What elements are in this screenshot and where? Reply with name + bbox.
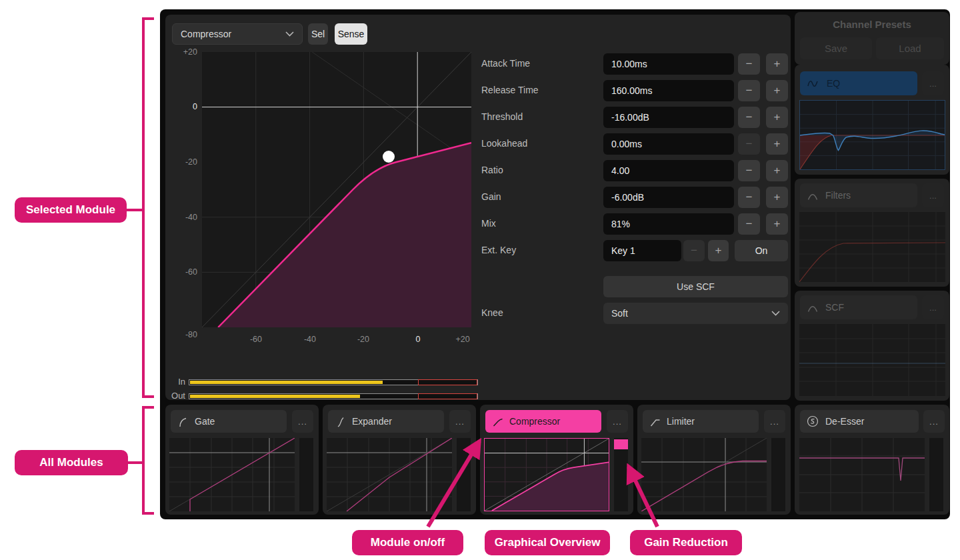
param-label: Release Time [481, 85, 539, 95]
ext-key-field[interactable]: Key 1 [603, 240, 681, 261]
compressor-more-button[interactable]: ... [607, 410, 628, 433]
filters-module-button[interactable]: Filters [800, 183, 917, 207]
selected-module-panel: Compressor Sel Sense + [165, 15, 791, 400]
y-tick: -60 [169, 267, 197, 277]
module-card-expander: Expander ... [323, 405, 476, 515]
plus-button[interactable]: + [766, 213, 788, 235]
compressor-curve-plot[interactable] [202, 52, 471, 327]
deesser-more-button[interactable]: ... [923, 410, 945, 433]
limiter-gain-reduction-meter [771, 438, 785, 511]
plus-button[interactable]: + [766, 133, 788, 155]
gate-mini-graph[interactable] [169, 438, 295, 511]
plugin-window: Compressor Sel Sense + [160, 9, 950, 519]
y-tick: -40 [169, 213, 197, 222]
scf-more-button[interactable]: ... [922, 295, 944, 319]
module-card-deesser: De-Esser ... [795, 405, 949, 515]
filter-bell-icon [807, 191, 819, 201]
expander-curve-icon [335, 416, 345, 427]
threshold-field[interactable]: -16.00dB [603, 107, 734, 128]
threshold-handle[interactable] [383, 151, 395, 163]
plus-button[interactable]: + [766, 187, 788, 208]
deesser-module-button[interactable]: De-Esser [800, 410, 919, 433]
minus-button[interactable]: − [738, 53, 760, 75]
minus-button[interactable]: − [738, 187, 760, 208]
module-onoff-callout: Module on/off [352, 530, 463, 555]
x-tick: +20 [449, 335, 476, 344]
compressor-module-onoff-button[interactable]: Compressor [485, 410, 601, 433]
expander-gain-reduction-meter [457, 438, 471, 511]
module-selector-value: Compressor [181, 29, 285, 39]
selected-module-bracket [143, 19, 154, 397]
minus-button[interactable]: − [738, 213, 760, 235]
eq-module-button[interactable]: EQ [800, 71, 917, 95]
module-card-gate: Gate ... [165, 405, 319, 515]
limiter-mini-graph[interactable] [641, 438, 767, 511]
use-scf-button[interactable]: Use SCF [603, 276, 788, 297]
eq-mini-graph[interactable] [799, 100, 945, 170]
deesser-mini-graph[interactable] [799, 438, 925, 511]
param-label: Knee [481, 307, 503, 318]
expander-more-button[interactable]: ... [449, 410, 471, 433]
plus-button[interactable]: + [766, 107, 788, 128]
param-label: Lookahead [481, 138, 527, 149]
compressor-mini-graph[interactable] [484, 438, 609, 511]
param-label: Threshold [481, 111, 523, 122]
filters-more-button[interactable]: ... [922, 183, 944, 207]
scf-module-button[interactable]: SCF [800, 295, 917, 319]
filters-mini-graph[interactable] [799, 212, 945, 282]
module-label: Filters [825, 190, 851, 201]
release-time-field[interactable]: 160.00ms [603, 80, 734, 101]
module-label: Limiter [667, 416, 695, 427]
param-label: Attack Time [481, 58, 530, 69]
y-tick: -20 [169, 157, 197, 167]
gain-reduction-amount [614, 439, 628, 449]
ext-key-on-button[interactable]: On [735, 240, 788, 261]
expander-module-button[interactable]: Expander [328, 410, 444, 433]
graphical-overview-callout: Graphical Overview [485, 530, 610, 555]
module-selector-dropdown[interactable]: Compressor [172, 23, 303, 45]
load-preset-button[interactable]: Load [876, 37, 944, 59]
param-label: Ratio [481, 165, 503, 175]
compressor-curve-icon [492, 416, 503, 427]
module-card-limiter: Limiter ... [637, 405, 791, 515]
sel-button[interactable]: Sel [308, 23, 328, 45]
minus-button[interactable]: − [738, 80, 760, 101]
param-label: Mix [481, 218, 496, 229]
minus-button-disabled: − [738, 133, 760, 155]
sense-button[interactable]: Sense [335, 23, 367, 45]
mix-field[interactable]: 81% [603, 213, 734, 235]
channel-presets-panel: Channel Presets Save Load [795, 12, 949, 65]
out-meter-label: Out [165, 391, 185, 401]
minus-button[interactable]: − [738, 107, 760, 128]
module-label: SCF [825, 302, 844, 313]
plus-button[interactable]: + [766, 80, 788, 101]
gate-more-button[interactable]: ... [292, 410, 313, 433]
lookahead-field[interactable]: 0.00ms [603, 133, 734, 155]
compressor-gain-reduction-meter [614, 438, 628, 511]
minus-button[interactable]: − [738, 160, 760, 181]
module-label: De-Esser [825, 416, 864, 427]
gate-module-button[interactable]: Gate [171, 410, 287, 433]
limiter-more-button[interactable]: ... [764, 410, 785, 433]
plus-button[interactable]: + [766, 53, 788, 75]
eq-more-button[interactable]: ... [922, 71, 944, 95]
meter-red-zone [418, 379, 477, 385]
x-tick: -40 [297, 335, 323, 344]
y-tick: +20 [169, 47, 197, 57]
limiter-module-button[interactable]: Limiter [643, 410, 759, 433]
plus-button[interactable]: + [708, 240, 729, 261]
attack-time-field[interactable]: 10.00ms [603, 53, 734, 75]
save-preset-button[interactable]: Save [800, 37, 872, 59]
gain-field[interactable]: -6.00dB [603, 187, 734, 208]
meter-red-zone [418, 393, 477, 399]
knee-dropdown[interactable]: Soft [603, 303, 788, 324]
filter-bell-icon [807, 303, 819, 313]
module-label: Compressor [509, 416, 560, 427]
expander-mini-graph[interactable] [327, 438, 452, 511]
eq-module-panel: EQ ... [795, 65, 949, 175]
ratio-field[interactable]: 4.00 [603, 160, 734, 181]
scf-mini-graph[interactable] [799, 324, 945, 396]
plus-button[interactable]: + [766, 160, 788, 181]
input-level-meter [189, 379, 478, 385]
gate-curve-icon [177, 416, 188, 427]
